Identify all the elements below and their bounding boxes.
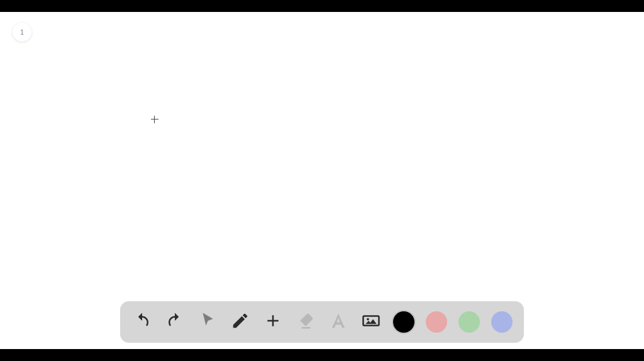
pointer-icon	[198, 311, 217, 333]
image-tool-button[interactable]	[360, 311, 382, 333]
plus-icon	[264, 311, 282, 333]
color-swatch-blue[interactable]	[491, 311, 513, 333]
redo-button[interactable]	[164, 311, 186, 333]
pointer-tool-button[interactable]	[197, 311, 218, 333]
image-icon	[362, 311, 380, 333]
undo-icon	[133, 311, 152, 333]
eraser-icon	[296, 311, 315, 333]
color-swatch-green[interactable]	[458, 311, 480, 333]
color-swatch-red[interactable]	[426, 311, 447, 333]
text-tool-button[interactable]	[328, 311, 349, 333]
page-number-label: 1	[20, 28, 24, 36]
page-number-badge[interactable]: 1	[13, 23, 31, 42]
text-icon	[329, 311, 348, 333]
toolbar	[120, 301, 524, 343]
redo-icon	[165, 311, 184, 333]
add-tool-button[interactable]	[262, 311, 284, 333]
pencil-icon	[231, 311, 250, 333]
eraser-tool-button[interactable]	[295, 311, 316, 333]
undo-button[interactable]	[131, 311, 153, 333]
color-swatch-black[interactable]	[393, 311, 414, 333]
pencil-tool-button[interactable]	[230, 311, 251, 333]
canvas-area[interactable]	[0, 12, 644, 349]
